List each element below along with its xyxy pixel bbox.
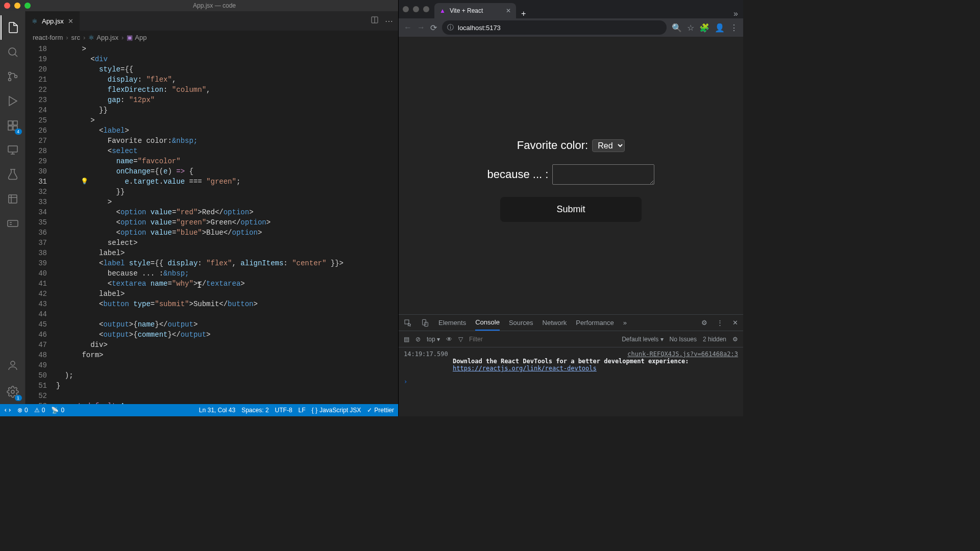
close-tab-icon[interactable]: ✕ — [68, 17, 74, 25]
reason-textarea[interactable] — [552, 164, 654, 185]
minimize-window-icon[interactable] — [14, 3, 20, 9]
address-bar[interactable]: ⓘ localhost:5173 — [442, 20, 667, 35]
svg-rect-6 — [8, 126, 12, 130]
submit-button[interactable]: Submit — [500, 197, 641, 222]
console-output[interactable]: 14:19:17.590 chunk-REFQX4JS.js?v=661468a… — [399, 347, 743, 416]
prettier[interactable]: ✓ Prettier — [367, 407, 394, 414]
devtools-settings-icon[interactable]: ⚙ — [701, 319, 707, 327]
indentation[interactable]: Spaces: 2 — [241, 407, 268, 414]
zoom-icon[interactable]: 🔍 — [672, 23, 682, 33]
console-prompt[interactable]: › — [404, 378, 738, 385]
language-mode[interactable]: { } JavaScript JSX — [312, 407, 361, 414]
forward-icon[interactable]: → — [417, 23, 425, 32]
bookmarks-icon[interactable] — [1, 187, 25, 211]
titlebar: App.jsx — code — [0, 0, 398, 11]
remote-explorer-icon[interactable] — [1, 138, 25, 162]
menu-icon[interactable]: ⋮ — [730, 23, 738, 33]
more-tabs-icon[interactable]: » — [623, 319, 627, 327]
inspect-icon[interactable] — [404, 319, 412, 327]
clear-console-icon[interactable]: ⊘ — [415, 336, 421, 343]
hidden-count[interactable]: 2 hidden — [703, 336, 726, 343]
code-editor[interactable]: 1819202122232425262728293031323334353637… — [26, 44, 398, 404]
close-window-icon[interactable] — [4, 3, 10, 9]
crumb[interactable]: src — [71, 34, 80, 41]
remote-indicator[interactable] — [4, 407, 11, 414]
cursor-position[interactable]: Ln 31, Col 43 — [199, 407, 235, 414]
context-selector[interactable]: top ▾ — [427, 336, 440, 343]
eol[interactable]: LF — [299, 407, 306, 414]
tab-performance[interactable]: Performance — [576, 319, 614, 327]
issues-count[interactable]: No Issues — [670, 336, 697, 343]
tab-filename: App.jsx — [42, 17, 64, 25]
log-levels[interactable]: Default levels ▾ — [622, 336, 663, 343]
log-link[interactable]: https://reactjs.org/link/react-devtools — [453, 365, 597, 372]
devtools-close-icon[interactable]: ✕ — [732, 319, 738, 327]
errors-count[interactable]: ⊗ 0 — [17, 407, 28, 414]
svg-point-0 — [9, 48, 16, 55]
source-control-icon[interactable] — [1, 64, 25, 89]
explorer-icon[interactable] — [1, 15, 25, 40]
console-sidebar-icon[interactable]: ▤ — [404, 336, 409, 343]
filter-icon: ▽ — [458, 336, 463, 343]
tab-title: Vite + React — [450, 7, 483, 14]
encoding[interactable]: UTF-8 — [275, 407, 292, 414]
breadcrumb[interactable]: react-form› src› ⚛ App.jsx› ▣ App — [26, 31, 398, 44]
accounts-icon[interactable] — [1, 353, 25, 378]
expand-tabs-icon[interactable]: » — [728, 9, 743, 18]
reload-icon[interactable]: ⟳ — [430, 23, 437, 33]
tab-elements[interactable]: Elements — [438, 319, 466, 327]
run-debug-icon[interactable] — [1, 89, 25, 113]
extensions-badge: 4 — [15, 129, 22, 135]
window-controls — [4, 3, 31, 9]
svg-rect-5 — [13, 121, 17, 125]
vscode-window: App.jsx — code 4 1 ⚛ App.jsx ✕ — [0, 0, 398, 416]
tab-app-jsx[interactable]: ⚛ App.jsx ✕ — [26, 11, 80, 31]
crumb[interactable]: App — [135, 34, 146, 41]
more-actions-icon[interactable]: ⋯ — [385, 16, 393, 26]
status-bar: ⊗ 0 ⚠ 0 📡 0 Ln 31, Col 43 Spaces: 2 UTF-… — [0, 404, 398, 416]
warnings-count[interactable]: ⚠ 0 — [34, 407, 45, 414]
maximize-window-icon[interactable] — [423, 6, 429, 12]
filter-input[interactable] — [469, 336, 520, 343]
new-tab-icon[interactable]: + — [516, 9, 531, 18]
split-editor-icon[interactable] — [371, 16, 379, 26]
reason-label: because ... : — [487, 168, 549, 181]
svg-point-1 — [8, 72, 11, 75]
svg-rect-9 — [9, 195, 17, 203]
page-viewport: Favorite color: Red because ... : Submit — [399, 37, 743, 314]
log-source[interactable]: chunk-REFQX4JS.js?v=661468a2:3 — [627, 350, 738, 358]
search-icon[interactable] — [1, 40, 25, 64]
bookmark-icon[interactable]: ☆ — [687, 23, 694, 33]
close-tab-icon[interactable]: ✕ — [506, 7, 511, 14]
live-expression-icon[interactable]: 👁 — [446, 336, 452, 343]
svg-point-2 — [8, 79, 11, 81]
log-message: Download the React DevTools for a better… — [453, 358, 689, 365]
react-file-icon: ⚛ — [32, 17, 38, 25]
maximize-window-icon[interactable] — [24, 3, 31, 9]
profile-icon[interactable]: 👤 — [715, 23, 725, 33]
ports-count[interactable]: 📡 0 — [51, 407, 64, 414]
extensions-icon[interactable]: 4 — [1, 113, 25, 138]
svg-rect-10 — [8, 220, 18, 227]
device-toggle-icon[interactable] — [421, 319, 429, 327]
browser-tab[interactable]: ▲ Vite + React ✕ — [434, 3, 516, 18]
console-settings-icon[interactable]: ⚙ — [732, 336, 738, 343]
minimize-window-icon[interactable] — [413, 6, 419, 12]
tab-network[interactable]: Network — [543, 319, 567, 327]
crumb[interactable]: react-form — [33, 34, 63, 41]
site-info-icon[interactable]: ⓘ — [447, 23, 454, 32]
favcolor-select[interactable]: Red — [592, 139, 625, 152]
url-text: localhost:5173 — [458, 24, 501, 32]
devtools: Elements Console Sources Network Perform… — [399, 314, 743, 416]
close-window-icon[interactable] — [403, 6, 409, 12]
tab-sources[interactable]: Sources — [509, 319, 533, 327]
back-icon[interactable]: ← — [404, 23, 412, 32]
tab-console[interactable]: Console — [475, 315, 500, 331]
extensions-icon[interactable]: 🧩 — [699, 23, 709, 33]
ports-icon[interactable] — [1, 211, 25, 236]
browser-toolbar: ← → ⟳ ⓘ localhost:5173 🔍 ☆ 🧩 👤 ⋮ — [399, 18, 743, 37]
gear-icon[interactable]: 1 — [1, 380, 25, 404]
devtools-menu-icon[interactable]: ⋮ — [717, 319, 723, 327]
crumb[interactable]: App.jsx — [96, 34, 118, 41]
testing-icon[interactable] — [1, 162, 25, 187]
